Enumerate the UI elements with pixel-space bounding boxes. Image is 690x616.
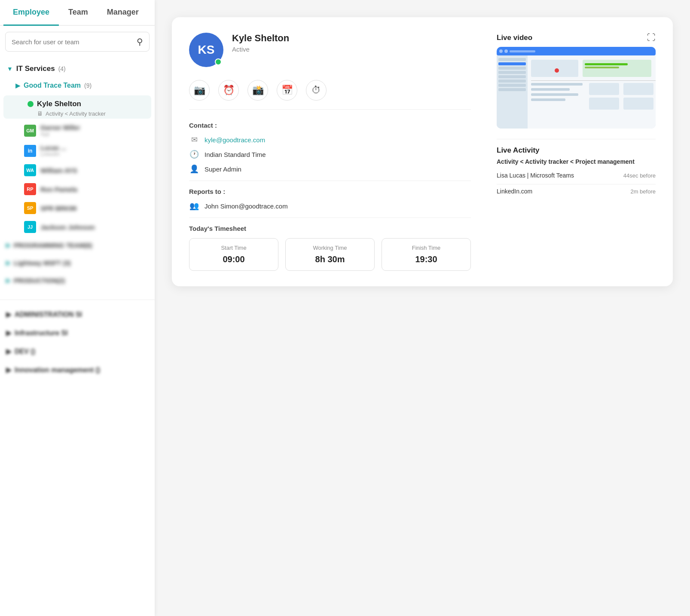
screenshot-icon-btn[interactable]: 📷 (189, 80, 210, 101)
timesheet-grid: Start Time 09:00 Working Time 8h 30m Fin… (189, 238, 471, 271)
svg-rect-10 (498, 75, 526, 78)
working-time-value: 8h 30m (290, 254, 370, 264)
section-infra[interactable]: ▶ Infrastructure SI (0, 324, 155, 342)
user-sub-1: App (40, 131, 80, 137)
divider-1 (189, 181, 471, 181)
activity-icon-btn[interactable]: ⏰ (218, 80, 239, 101)
user-name-3: William AYS (40, 167, 77, 174)
it-services-item[interactable]: ▼ IT Services (4) (0, 60, 155, 77)
role-row: 👤 Super Admin (189, 164, 471, 174)
expand-icon[interactable]: ⛶ (647, 33, 656, 43)
live-video-section: Live video ⛶ (497, 33, 656, 129)
profile-card: KS Kyle Shelton Active 📷 ⏰ (172, 17, 673, 286)
tab-bar: Employee Team Manager (0, 0, 155, 26)
screenshot-icon: 📷 (194, 85, 205, 96)
kyle-name: Kyle Shelton (37, 100, 81, 108)
section-admin[interactable]: ▶ ADMINISTRATION SI (0, 305, 155, 324)
svg-rect-21 (531, 88, 570, 91)
activity-time-2: 2m before (630, 188, 656, 195)
svg-rect-13 (498, 88, 526, 91)
section-programming[interactable]: ▶ PROGRAMMING TEAM(6) (0, 236, 155, 254)
monitor-icon: 🖥 (37, 110, 43, 117)
svg-rect-16 (585, 63, 628, 65)
user-item-5[interactable]: SP SPR BRK99 (0, 199, 155, 218)
reports-label: Reports to : (189, 188, 471, 195)
svg-rect-22 (531, 93, 578, 96)
activity-time-1: 44sec before (623, 172, 656, 179)
profile-left: KS Kyle Shelton Active 📷 ⏰ (189, 33, 471, 271)
timer-icon: ⏱ (311, 85, 321, 96)
svg-rect-20 (531, 83, 583, 86)
timezone-value: Indian Standard Time (205, 151, 266, 158)
kyle-activity: Activity < Activity tracker (46, 110, 106, 117)
email-row: ✉ kyle@goodtrace.com (189, 135, 471, 144)
screen-preview-svg (497, 47, 656, 129)
live-activity-section: Live Activity Activity < Activity tracke… (497, 139, 656, 195)
user-item-1[interactable]: GM Garner Miller App (0, 120, 155, 141)
reports-row: 👥 John Simon@goodtrace.com (189, 201, 471, 211)
kyle-sub: 🖥 Activity < Activity tracker (27, 110, 144, 117)
search-input[interactable] (12, 38, 137, 46)
good-trace-team-item[interactable]: ▶ Good Trace Team (9) (0, 77, 155, 94)
tab-employee[interactable]: Employee (3, 0, 59, 26)
user-avatar-1: GM (24, 125, 36, 137)
svg-rect-19 (531, 80, 656, 81)
user-details-4: Ron Pamela (40, 186, 77, 193)
svg-rect-24 (589, 83, 619, 95)
svg-rect-6 (498, 58, 526, 61)
svg-point-28 (555, 68, 559, 73)
start-time-card: Start Time 09:00 (189, 238, 278, 271)
user-avatar-2: in (24, 145, 36, 157)
it-services-label: IT Services (16, 64, 55, 73)
user-details-2: Lucas ... LinkedIn (40, 144, 66, 157)
camera-icon: 📸 (252, 85, 264, 96)
timezone-row: 🕐 Indian Standard Time (189, 150, 471, 159)
section-innovation[interactable]: ▶ Innovation management () (0, 361, 155, 379)
tree: ▼ IT Services (4) ▶ Good Trace Team (9) … (0, 58, 155, 382)
user-name-2: Lucas ... (40, 144, 66, 151)
user-item-3[interactable]: WA William AYS (0, 161, 155, 180)
kyle-online-dot (27, 101, 34, 107)
user-item-4[interactable]: RP Ron Pamela (0, 180, 155, 199)
user-name-5: SPR BRK99 (40, 205, 76, 212)
kyle-shelton-item[interactable]: Kyle Shelton 🖥 Activity < Activity track… (3, 95, 151, 119)
profile-name: Kyle Shelton (232, 33, 289, 44)
tab-manager[interactable]: Manager (98, 0, 148, 26)
user-name-6: Jackson Johnson (40, 224, 95, 231)
calendar-icon-btn[interactable]: 📅 (277, 80, 297, 101)
online-indicator (215, 58, 222, 65)
reports-email: John Simon@goodtrace.com (205, 202, 288, 210)
clock-icon: 🕐 (189, 150, 199, 159)
avatar-container: KS (189, 33, 223, 67)
user-details-3: William AYS (40, 167, 77, 174)
svg-rect-3 (504, 49, 508, 53)
section-arrow-1: ▶ (6, 242, 10, 248)
timer-icon-btn[interactable]: ⏱ (306, 80, 327, 101)
svg-rect-27 (623, 98, 653, 110)
section-dev[interactable]: ▶ DEV () (0, 342, 155, 361)
video-preview (497, 47, 656, 129)
working-time-label: Working Time (290, 245, 370, 251)
camera-icon-btn[interactable]: 📸 (247, 80, 268, 101)
svg-rect-12 (498, 84, 526, 87)
user-details-5: SPR BRK99 (40, 205, 76, 212)
user-item-6[interactable]: JJ Jackson Johnson (0, 218, 155, 236)
search-icon[interactable]: ⚲ (137, 37, 143, 47)
svg-rect-17 (585, 67, 619, 68)
good-trace-count: (9) (84, 82, 92, 89)
tab-team[interactable]: Team (59, 0, 98, 26)
user-avatar-3: WA (24, 164, 36, 176)
user-avatar-4: RP (24, 183, 36, 195)
kyle-name-row: Kyle Shelton (27, 100, 144, 108)
profile-status: Active (232, 46, 289, 53)
user-item-2[interactable]: in Lucas ... LinkedIn (0, 141, 155, 161)
user-avatar-6: JJ (24, 221, 36, 233)
activity-icon: ⏰ (223, 85, 235, 96)
email-link[interactable]: kyle@goodtrace.com (205, 136, 265, 144)
svg-rect-8 (498, 67, 526, 70)
svg-rect-11 (498, 80, 526, 83)
section-lightway[interactable]: ▶ Lightway MSFT (3) (0, 254, 155, 272)
action-icons: 📷 ⏰ 📸 📅 ⏱ (189, 80, 471, 110)
section-production[interactable]: ▶ PRODUCTION(2) (0, 272, 155, 289)
good-trace-label: Good Trace Team (24, 82, 81, 89)
